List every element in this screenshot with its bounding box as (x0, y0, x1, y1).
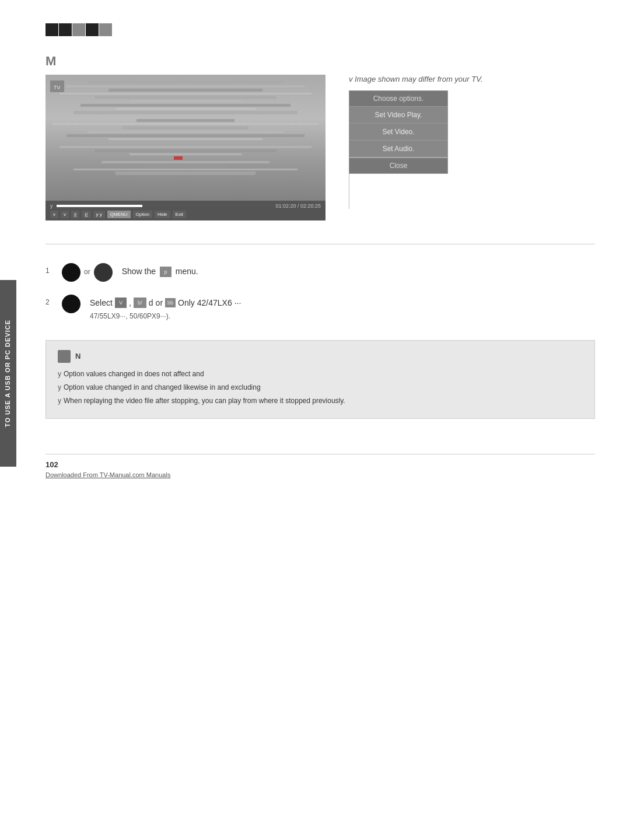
section-icon-label: M (46, 54, 56, 68)
logo-area (46, 23, 595, 36)
note-line-2: Option value changed in and changed like… (58, 382, 583, 393)
options-close-button[interactable]: Close (349, 157, 447, 173)
tv-btn-pause[interactable]: || (71, 211, 79, 218)
page-footer: 102 Downloaded From TV-Manual.com Manual… (46, 454, 595, 478)
logo-block-3 (72, 23, 85, 36)
step-2-icon2: b/ (134, 298, 146, 308)
tv-btn-hide[interactable]: Hide (155, 211, 170, 218)
tv-controls-row: v v || {{ y y QMENU Option Hide Exit (50, 211, 321, 218)
step-2-comma: , (129, 296, 131, 309)
step-2-number: 2 (46, 293, 52, 306)
sidebar-tab-label: TO USE A USB OR PC DEVICE (4, 320, 12, 427)
step-2-dots: ··· (235, 296, 242, 309)
logo (46, 23, 112, 36)
tv-channel-label: y (50, 203, 53, 209)
step-2-icon1: V (115, 298, 127, 308)
step-2-extra-label: bb (165, 298, 176, 307)
right-panel: v Image shown may differ from your TV. C… (349, 75, 483, 209)
step-1-circle-a (62, 263, 80, 282)
section-divider (46, 244, 595, 244)
step-1-content: Show the p menu. (122, 262, 595, 278)
step-2-d: d (149, 296, 153, 309)
options-set-audio[interactable]: Set Audio. (349, 140, 447, 157)
note-icon (58, 350, 71, 363)
step-1-number: 1 (46, 262, 52, 275)
step-2-subtext: 47/55LX9···, 50/60PX9···). (90, 311, 595, 322)
note-header: N (58, 350, 583, 363)
tv-btn-exit[interactable]: Exit (173, 211, 186, 218)
step-2-circle (62, 295, 80, 313)
tv-time: 01:02:20 / 02:20:25 (275, 203, 321, 209)
footer-link[interactable]: Downloaded From TV-Manual.com Manuals (46, 471, 595, 478)
step-2-content: Select V , b/ d or bb Only 42/47LX6 ··· … (90, 293, 595, 323)
page-number: 102 (46, 460, 595, 469)
step-1-circles: or (62, 262, 113, 282)
section-icon: M (46, 54, 595, 69)
logo-block-1 (46, 23, 58, 36)
note-line-1: Option values changed in does not affect… (58, 369, 583, 379)
step-2-only-label: Only 42/47LX6 (178, 296, 232, 309)
tv-bottom-bar: y 01:02:20 / 02:20:25 v v || {{ y y QMEN… (46, 201, 326, 220)
tv-btn-v1[interactable]: v (50, 211, 58, 218)
step-1-text-menu: menu. (176, 267, 198, 276)
sidebar-tab: TO USE A USB OR PC DEVICE (0, 280, 16, 467)
options-menu: Choose options. Set Video Play. Set Vide… (349, 90, 448, 174)
tv-btn-ff[interactable]: {{ (82, 211, 90, 218)
options-set-video-play[interactable]: Set Video Play. (349, 106, 447, 123)
step-2-select-label: Select (90, 296, 113, 309)
tv-content: TV (46, 75, 326, 188)
step-1-or-label: or (84, 268, 90, 276)
steps-area: 1 or Show the p menu. 2 Select V , b/ (46, 262, 595, 323)
note-box: N Option values changed in does not affe… (46, 340, 595, 419)
step-2-or: or (156, 296, 163, 309)
tv-progress-bar (57, 205, 272, 207)
tv-btn-option[interactable]: Option (133, 211, 153, 218)
tv-screenshot: TV y 01:02:20 / 02:20:25 v v || {{ y (46, 75, 326, 220)
options-set-video[interactable]: Set Video. (349, 123, 447, 140)
tv-area: TV y 01:02:20 / 02:20:25 v v || {{ y (46, 75, 595, 220)
note-icon-label: N (75, 352, 80, 360)
step-2-row: 2 Select V , b/ d or bb Only 42/47LX6 ··… (46, 293, 595, 323)
tv-btn-qmenu[interactable]: QMENU (107, 211, 131, 218)
tv-note: v Image shown may differ from your TV. (349, 75, 483, 83)
tv-btn-yy[interactable]: y y (93, 211, 105, 218)
logo-block-4 (86, 23, 99, 36)
step-1-row: 1 or Show the p menu. (46, 262, 595, 282)
options-menu-title: Choose options. (349, 91, 447, 106)
logo-block-2 (59, 23, 72, 36)
logo-block-5 (99, 23, 112, 36)
step-1-circle-b (94, 263, 113, 282)
step-1-text-show-the: Show the (122, 267, 156, 276)
tv-btn-v2[interactable]: v (61, 211, 69, 218)
step-1-icon-inline: p (160, 267, 172, 277)
note-line-3: When replaying the video file after stop… (58, 396, 583, 406)
